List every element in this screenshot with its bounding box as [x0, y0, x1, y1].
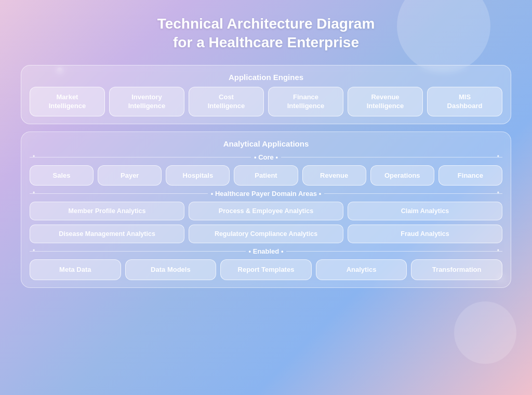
core-cards: Sales Payer Hospitals Patient Revenue Op…	[30, 165, 502, 186]
healthcare-domain-grid: Member Profile Analytics Process & Emplo…	[30, 202, 502, 243]
core-divider-line-right	[281, 157, 502, 157]
card-mis-dashboard: MISDashboard	[427, 87, 502, 116]
hpd-divider-line-right	[324, 193, 502, 194]
analytical-apps-title: Analytical Applications	[30, 139, 502, 148]
card-payer: Payer	[98, 165, 162, 186]
app-engines-cards: MarketIntelligence InventoryIntelligence…	[30, 87, 502, 116]
card-cost-intelligence: CostIntelligence	[189, 87, 264, 116]
card-finance-intelligence: FinanceIntelligence	[268, 87, 343, 116]
card-sales: Sales	[30, 165, 94, 186]
card-claim-analytics: Claim Analytics	[348, 202, 502, 220]
title-line2: for a Healthcare Enterprise	[173, 34, 359, 50]
app-engines-section: Application Engines MarketIntelligence I…	[21, 65, 511, 124]
core-divider-line-left	[30, 157, 251, 157]
enabled-label: • Enabled •	[249, 247, 284, 255]
card-revenue-intelligence: RevenueIntelligence	[348, 87, 423, 116]
title-line1: Technical Architecture Diagram	[157, 16, 375, 32]
card-data-models: Data Models	[125, 259, 217, 280]
enabled-divider: • Enabled •	[30, 247, 502, 255]
card-analytics: Analytics	[316, 259, 407, 280]
card-inventory-intelligence: InventoryIntelligence	[109, 87, 184, 116]
healthcare-domain-divider: • Healthcare Payer Domain Areas •	[30, 190, 502, 198]
card-regulatory-compliance-analytics: Regulatory Compliance Analytics	[189, 225, 343, 243]
core-label: • Core •	[254, 153, 278, 161]
analytical-apps-section: Analytical Applications • Core • Sales P…	[21, 131, 511, 288]
core-divider: • Core •	[30, 153, 502, 161]
page-title: Technical Architecture Diagram for a Hea…	[21, 15, 511, 52]
card-transformation: Transformation	[411, 259, 502, 280]
hpd-label: • Healthcare Payer Domain Areas •	[211, 190, 321, 198]
card-meta-data: Meta Data	[30, 259, 121, 280]
enabled-divider-line-right	[286, 251, 502, 252]
card-finance: Finance	[438, 165, 502, 186]
enabled-cards: Meta Data Data Models Report Templates A…	[30, 259, 502, 280]
card-fraud-analytics: Fraud Analytics	[348, 225, 502, 243]
hpd-divider-line-left	[30, 193, 208, 194]
app-engines-title: Application Engines	[30, 73, 502, 82]
enabled-divider-line-left	[30, 251, 246, 252]
card-patient: Patient	[234, 165, 298, 186]
card-disease-management-analytics: Disease Management Analytics	[30, 225, 184, 243]
card-revenue: Revenue	[302, 165, 366, 186]
card-hospitals: Hospitals	[166, 165, 230, 186]
card-market-intelligence: MarketIntelligence	[30, 87, 105, 116]
card-member-profile-analytics: Member Profile Analytics	[30, 202, 184, 220]
main-container: Technical Architecture Diagram for a Hea…	[0, 0, 532, 306]
bg-decoration-circle-2	[454, 301, 516, 364]
card-process-employee-analytics: Process & Employee Analytics	[189, 202, 343, 220]
card-operations: Operations	[370, 165, 434, 186]
card-report-templates: Report Templates	[220, 259, 312, 280]
